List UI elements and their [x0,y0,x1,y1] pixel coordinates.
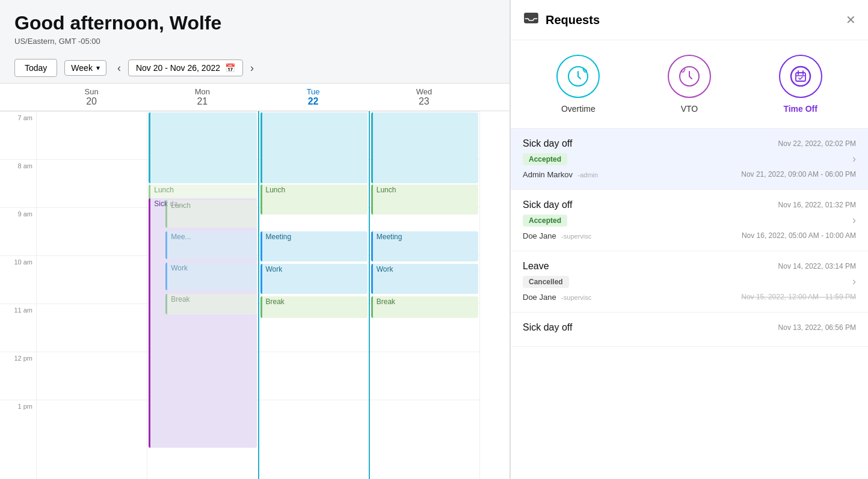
request-types: Overtime VTO [511,40,868,129]
shift-block-break-mon[interactable]: Break [165,294,256,314]
day-header-wed: Wed 23 [369,84,479,111]
status-badge: Accepted [523,215,567,227]
request-date: Nov 14, 2022, 03:14 PM [778,262,856,270]
shift-block-meeting-mon[interactable]: Mee... [165,231,256,259]
request-item-2[interactable]: Sick day off Nov 16, 2022, 01:32 PM Acce… [511,190,868,251]
request-type-name: Sick day off [523,322,572,333]
request-type-name: Sick day off [523,138,572,149]
calendar-area: Sun 20 Mon 21 Tue 22 Wed 23 7 am 8 am [0,84,509,479]
greeting-area: Good afternoon, Wolfe US/Eastern, GMT -0… [0,0,509,53]
request-item-3[interactable]: Leave Nov 14, 2022, 03:14 PM Cancelled ›… [511,251,868,313]
request-date: Nov 13, 2022, 06:56 PM [778,323,856,332]
shift-block-lunch-mon-2[interactable]: Lunch [165,200,256,228]
time-slot: 11 am [0,304,36,352]
timeoff-circle [779,55,822,98]
vto-label: VTO [681,104,698,114]
day-slot [37,159,147,207]
shift-block-break-wed[interactable]: Break [371,296,478,318]
inbox-icon [523,10,540,30]
calendar-body: 7 am 8 am 9 am 10 am 11 am 12 pm 1 pm [0,111,509,479]
shift-block-work-tue[interactable]: Work [260,264,368,294]
svg-rect-0 [525,13,538,23]
prev-arrow-button[interactable]: ‹ [114,61,125,76]
chevron-right-icon: › [852,153,856,165]
time-slot: 9 am [0,207,36,255]
timeoff-label: Time Off [783,104,817,114]
requests-title-area: Requests [523,10,600,30]
request-role: -supervisc [561,233,591,240]
day-header-sun: Sun 20 [36,84,147,111]
time-slot: 10 am [0,255,36,304]
shift-block-work-wed[interactable]: Work [371,264,478,294]
day-headers: Sun 20 Mon 21 Tue 22 Wed 23 [0,84,509,111]
day-slot [37,304,147,352]
today-button[interactable]: Today [14,59,57,77]
day-slot [37,255,147,304]
overtime-label: Overtime [561,104,596,114]
request-time: Nov 16, 2022, 05:00 AM - 10:00 AM [742,231,856,240]
time-slot: 8 am [0,159,36,207]
shift-block-meeting-tue[interactable]: Meeting [260,231,368,261]
shift-block-work-wed-top[interactable] [371,112,478,183]
date-range: Nov 20 - Nov 26, 2022 📅 [128,59,243,76]
shift-block-meeting-wed[interactable]: Meeting [371,231,478,261]
request-person: Admin Markov [523,170,573,179]
calendar-icon[interactable]: 📅 [225,63,235,73]
greeting-title: Good afternoon, Wolfe [14,12,495,34]
date-nav: ‹ Nov 20 - Nov 26, 2022 📅 › [114,59,257,76]
request-time: Nov 21, 2022, 09:00 AM - 06:00 PM [741,170,856,178]
request-type-name: Leave [523,261,549,272]
right-panel: Requests ✕ Overtime [510,0,868,479]
shift-block-work-tue-top[interactable] [260,112,368,183]
shift-block-lunch-wed[interactable]: Lunch [371,185,478,215]
day-column-mon: Lunch Sick da... Lunch Mee... Work Break [147,111,257,479]
vto-circle [668,55,711,98]
request-type-name: Sick day off [523,200,572,210]
day-slot [37,400,147,448]
day-slot [37,111,147,159]
day-header-mon: Mon 21 [147,84,257,111]
overtime-type[interactable]: Overtime [556,55,600,114]
status-badge: Cancelled [523,276,569,288]
request-person: Doe Jane [523,231,556,240]
status-badge: Accepted [523,153,567,165]
chevron-down-icon: ▾ [96,64,100,72]
shift-block-lunch-tue[interactable]: Lunch [260,185,368,215]
day-column-sun [36,111,147,479]
requests-title: Requests [546,13,600,27]
week-select[interactable]: Week ▾ [64,60,106,76]
day-slot [37,207,147,255]
overtime-circle [556,55,600,98]
day-column-wed: Lunch Meeting Work Break [369,111,479,479]
requests-header: Requests ✕ [511,0,868,40]
left-panel: Good afternoon, Wolfe US/Eastern, GMT -0… [0,0,510,479]
request-item-4[interactable]: Sick day off Nov 13, 2022, 06:56 PM [511,313,868,347]
chevron-right-icon: › [852,275,856,288]
shift-block-work-mon[interactable] [149,112,256,183]
toolbar: Today Week ▾ ‹ Nov 20 - Nov 26, 2022 📅 › [0,53,509,84]
day-slot [37,352,147,400]
time-slot: 12 pm [0,352,36,400]
request-item-1[interactable]: Sick day off Nov 22, 2022, 02:02 PM Acce… [511,129,868,190]
timeoff-type[interactable]: Time Off [779,55,822,114]
day-header-tue: Tue 22 [258,84,369,111]
svg-line-4 [583,68,585,70]
shift-block-work-mon-2[interactable]: Work [165,263,256,290]
next-arrow-button[interactable]: › [247,61,257,76]
request-time: Nov 15, 2022, 12:00 AM - 11:59 PM [741,293,856,301]
date-range-label: Nov 20 - Nov 26, 2022 [136,63,220,73]
vto-type[interactable]: VTO [668,55,711,114]
time-labels: 7 am 8 am 9 am 10 am 11 am 12 pm 1 pm [0,111,36,479]
spacer-col [479,111,509,479]
request-person: Doe Jane [523,293,556,302]
svg-rect-7 [796,73,805,81]
time-slot: 1 pm [0,400,36,448]
timezone: US/Eastern, GMT -05:00 [14,37,495,46]
close-button[interactable]: ✕ [846,13,856,27]
svg-point-6 [791,67,810,86]
shift-block-break-tue[interactable]: Break [260,296,368,318]
week-label: Week [71,63,93,73]
request-date: Nov 22, 2022, 02:02 PM [778,139,856,148]
time-slot: 7 am [0,111,36,159]
request-date: Nov 16, 2022, 01:32 PM [778,201,856,209]
